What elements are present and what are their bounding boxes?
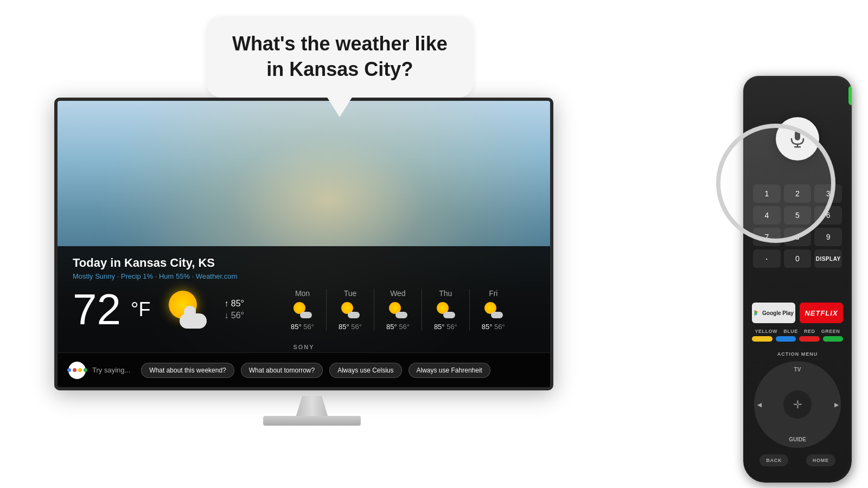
- power-button[interactable]: POWER: [848, 86, 852, 105]
- mini-cloud-icon: [443, 312, 455, 318]
- forecast-day-name: Mon: [291, 289, 314, 298]
- app-buttons-area: Google Play NETFLIX: [748, 303, 847, 323]
- dot-button[interactable]: ·: [753, 249, 781, 268]
- weather-main-row: 72 °F ↑ 85° ↓ 56° Mon: [73, 288, 535, 331]
- color-buttons-row: [752, 336, 843, 342]
- forecast-temps: 85° 56°: [386, 323, 410, 331]
- color-button-labels: YELLOW BLUE RED GREEN: [752, 329, 843, 334]
- forecast-day-name: Wed: [386, 289, 410, 298]
- number-2-button[interactable]: 2: [784, 184, 812, 203]
- number-5-button[interactable]: 5: [784, 206, 812, 224]
- nav-ring[interactable]: TV GUIDE ◀ ▶ ✛: [754, 361, 841, 448]
- nav-top-label: TV: [794, 367, 801, 373]
- forecast-temps: 85° 56°: [434, 323, 457, 331]
- forecast-day: Fri 85° 56°: [470, 289, 517, 331]
- tv-container: Today in Kansas City, KS Mostly Sunny · …: [54, 98, 570, 423]
- forecast-day: Tue 85° 56°: [327, 289, 374, 331]
- mini-cloud-icon: [300, 312, 312, 318]
- number-8-button[interactable]: 8: [784, 228, 812, 246]
- ga-dots: [67, 368, 87, 372]
- forecast-icon: [388, 302, 407, 318]
- forecast-temps: 85° 56°: [482, 323, 505, 331]
- display-button[interactable]: DISPLAY: [814, 249, 842, 268]
- forecast-temps: 85° 56°: [339, 323, 362, 331]
- remote-number-grid: 123456789·0DISPLAY: [748, 184, 847, 268]
- red-button[interactable]: [799, 336, 820, 342]
- sony-logo: SONY: [293, 344, 314, 350]
- svg-rect-0: [795, 131, 800, 140]
- forecast-day: Wed 85° 56°: [374, 289, 422, 331]
- blue-button[interactable]: [776, 336, 796, 342]
- ga-dot-yellow: [78, 368, 82, 372]
- forecast-day: Thu 85° 56°: [422, 289, 470, 331]
- suggestion-chip-1[interactable]: What about tomorrow?: [241, 363, 323, 378]
- back-home-buttons: BACK HOME: [751, 454, 844, 466]
- weather-conditions: Mostly Sunny · Precip 1% · Hum 55% · Wea…: [73, 272, 535, 280]
- speech-bubble-text: What's the weather like in Kansas City?: [232, 31, 448, 82]
- tv-weather-overlay: Today in Kansas City, KS Mostly Sunny · …: [58, 246, 550, 387]
- number-1-button[interactable]: 1: [753, 184, 781, 203]
- google-play-icon: [754, 310, 760, 316]
- number-4-button[interactable]: 4: [753, 206, 781, 224]
- number-7-button[interactable]: 7: [753, 228, 781, 246]
- mini-cloud-icon: [348, 312, 360, 318]
- suggestion-chip-0[interactable]: What about this weekend?: [141, 363, 234, 378]
- nav-right-label: ▶: [834, 402, 839, 408]
- forecast-icon: [483, 302, 503, 318]
- forecast-day-name: Thu: [434, 289, 457, 298]
- weather-unit: °F: [131, 298, 150, 321]
- forecast-icon: [436, 302, 455, 318]
- netflix-button[interactable]: NETFLIX: [800, 303, 843, 323]
- number-9-button[interactable]: 9: [814, 228, 842, 246]
- mic-button[interactable]: [776, 117, 819, 160]
- weather-hi-low: ↑ 85° ↓ 56°: [224, 299, 244, 320]
- try-saying-label: Try saying...: [92, 366, 130, 374]
- microphone-icon: [788, 129, 807, 149]
- weather-forecast: Mon 85° 56° Tue 85° 56° Wed: [279, 289, 517, 331]
- color-buttons-area: YELLOW BLUE RED GREEN: [748, 329, 847, 342]
- ga-dot-green: [84, 368, 87, 372]
- speech-bubble: What's the weather like in Kansas City?: [206, 16, 474, 98]
- forecast-temps: 85° 56°: [291, 323, 314, 331]
- yellow-button[interactable]: [752, 336, 773, 342]
- weather-high: ↑ 85°: [224, 299, 244, 309]
- green-button[interactable]: [823, 336, 844, 342]
- remote-container: POWER 123456789·0DISPLAY: [684, 43, 868, 488]
- nav-ring-container: TV GUIDE ◀ ▶ ✛: [754, 361, 841, 448]
- weather-sun-cloud-icon: [163, 291, 207, 329]
- forecast-day-name: Tue: [339, 289, 362, 298]
- back-button[interactable]: BACK: [760, 454, 788, 466]
- nav-left-label: ◀: [757, 402, 762, 408]
- tv-frame: Today in Kansas City, KS Mostly Sunny · …: [54, 98, 553, 390]
- action-menu-label: ACTION MENU: [751, 351, 844, 357]
- number-0-button[interactable]: 0: [784, 249, 812, 268]
- ga-dot-blue: [67, 368, 71, 372]
- weather-low: ↓ 56°: [224, 311, 244, 320]
- action-area: ACTION MENU TV GUIDE ◀ ▶ ✛ BACK HOME: [748, 351, 847, 466]
- tv-suggestions-bar: Try saying... What about this weekend? W…: [58, 352, 550, 387]
- number-3-button[interactable]: 3: [814, 184, 842, 203]
- google-play-button[interactable]: Google Play: [752, 303, 795, 323]
- tv-stand-base: [263, 416, 361, 426]
- weather-location: Today in Kansas City, KS: [73, 256, 535, 270]
- remote-body: POWER 123456789·0DISPLAY: [743, 76, 852, 483]
- nav-arrows: TV GUIDE ◀ ▶: [754, 361, 841, 448]
- nav-bottom-label: GUIDE: [789, 436, 806, 442]
- forecast-day-name: Fri: [482, 289, 505, 298]
- forecast-icon: [292, 302, 312, 318]
- suggestion-chip-2[interactable]: Always use Celsius: [329, 363, 401, 378]
- forecast-icon: [340, 302, 360, 318]
- cloud-icon: [180, 313, 207, 329]
- suggestion-chip-3[interactable]: Always use Fahrenheit: [409, 363, 490, 378]
- number-6-button[interactable]: 6: [814, 206, 842, 224]
- forecast-day: Mon 85° 56°: [279, 289, 327, 331]
- weather-temperature: 72: [73, 288, 121, 331]
- mini-cloud-icon: [395, 312, 407, 318]
- ga-dot-red: [73, 368, 76, 372]
- google-assistant-icon: [68, 362, 86, 379]
- home-button[interactable]: HOME: [806, 454, 835, 466]
- mini-cloud-icon: [491, 312, 503, 318]
- tv-stand-neck: [296, 396, 328, 418]
